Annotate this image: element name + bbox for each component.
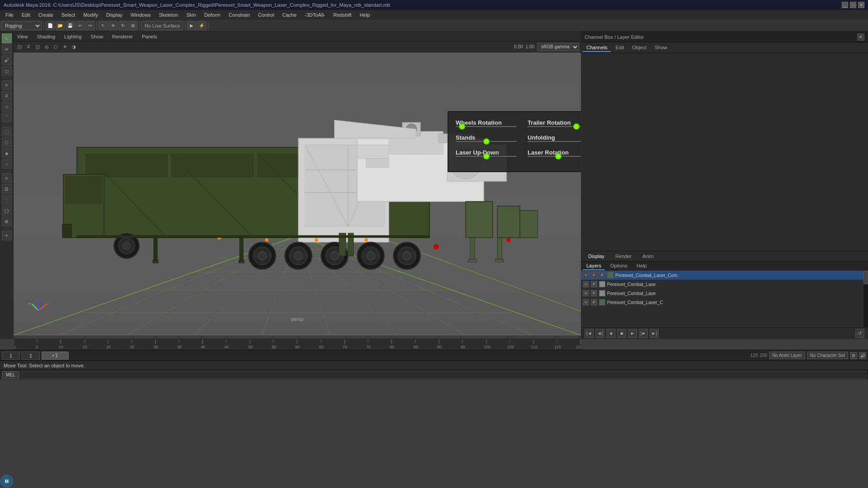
undo-button[interactable]: ↩ xyxy=(75,21,85,30)
layer-item-2[interactable]: V P Peresvet_Combat_Lase xyxy=(581,289,863,298)
snap-curve-tool[interactable]: ⌒ xyxy=(2,113,12,122)
vp-light-btn[interactable]: ☀ xyxy=(61,43,69,51)
vp-menu-shading[interactable]: Shading xyxy=(35,33,57,40)
timeline-ruler[interactable]: 1 5 10 15 20 25 30 35 40 45 50 55 60 65 … xyxy=(14,339,581,350)
current-frame-input[interactable] xyxy=(2,352,20,360)
vp-shadow-btn[interactable]: ◑ xyxy=(70,43,78,51)
menu-windows[interactable]: Windows xyxy=(127,11,155,19)
eraser-tool[interactable]: ◻ xyxy=(2,66,12,76)
prev-key-btn[interactable]: ◄| xyxy=(595,329,604,338)
menu-redshift[interactable]: Redshift xyxy=(330,11,355,19)
stop-btn[interactable]: ■ xyxy=(617,329,626,338)
menu-file[interactable]: File xyxy=(2,11,17,19)
plus-tool[interactable]: + xyxy=(2,230,12,240)
menu-create[interactable]: Create xyxy=(35,11,57,19)
vp-wireframe-btn[interactable]: ◫ xyxy=(33,43,42,51)
tab-edit[interactable]: Edit xyxy=(612,44,627,52)
save-file-button[interactable]: 💾 xyxy=(66,21,75,30)
layer-item-0[interactable]: V P R Peresvet_Combat_Laser_Com xyxy=(581,271,863,280)
scrollbar-thumb[interactable] xyxy=(863,271,868,284)
render-region-tool[interactable]: ⬚ xyxy=(2,127,12,136)
maximize-button[interactable]: □ xyxy=(850,2,856,8)
viewport-canvas[interactable]: X Y Z persp Wheels Rotation Trailer Rota… xyxy=(14,52,581,335)
layer-item-1[interactable]: V P Peresvet_Combat_Lase xyxy=(581,280,863,289)
menu-help[interactable]: Help xyxy=(356,11,374,19)
tab-render[interactable]: Render xyxy=(610,253,637,260)
layer-v-1[interactable]: V xyxy=(583,281,589,287)
vp-grid-btn[interactable]: # xyxy=(24,43,33,51)
redo-button[interactable]: ↪ xyxy=(85,21,94,30)
subtab-layers[interactable]: Layers xyxy=(583,262,605,270)
outliner-tool[interactable]: ☰ xyxy=(2,184,12,194)
select-tool[interactable]: ↖ xyxy=(2,33,12,43)
tab-object[interactable]: Object xyxy=(628,44,650,52)
layer-v-2[interactable]: V xyxy=(583,290,589,296)
layer-r-0[interactable]: R xyxy=(599,272,605,278)
script-editor-tool[interactable]: { } xyxy=(2,206,12,216)
goto-end-btn[interactable]: ►| xyxy=(650,329,659,338)
brush-tool[interactable]: 🖌 xyxy=(2,55,12,65)
rotate-tool-button[interactable]: ↻ xyxy=(118,21,127,30)
minimize-button[interactable]: _ xyxy=(842,2,848,8)
next-key-btn[interactable]: |► xyxy=(639,329,648,338)
cb-close-btn[interactable]: ✕ xyxy=(857,33,864,41)
ctrl-wheels-handle[interactable] xyxy=(459,123,465,130)
layer-p-2[interactable]: P xyxy=(591,290,597,296)
attr-editor-tool[interactable]: ≡ xyxy=(2,173,12,183)
loop-btn[interactable]: ↺ xyxy=(855,329,864,338)
vp-menu-renderer[interactable]: Renderer xyxy=(110,33,135,40)
display-layer-tool[interactable]: ≡ xyxy=(2,80,12,90)
play-fwd-btn[interactable]: ► xyxy=(628,329,637,338)
menu-constrain[interactable]: Constrain xyxy=(225,11,254,19)
nurbs-tool[interactable]: ◈ xyxy=(2,148,12,158)
node-editor-tool[interactable]: ⋮ xyxy=(2,195,12,205)
char-set-options-btn[interactable]: ⚙ xyxy=(850,352,857,359)
vp-camera-btn[interactable]: 🎥 xyxy=(15,43,24,51)
layer-v-0[interactable]: V xyxy=(583,272,589,278)
ctrl-laser-ud-handle[interactable] xyxy=(483,153,490,160)
grid-tool[interactable]: # xyxy=(2,91,12,101)
mode-dropdown[interactable]: Rigging Animation Modeling xyxy=(1,21,42,30)
menu-control[interactable]: Control xyxy=(255,11,278,19)
vp-menu-lighting[interactable]: Lighting xyxy=(62,33,84,40)
goto-start-btn[interactable]: |◄ xyxy=(585,329,594,338)
open-file-button[interactable]: 📂 xyxy=(56,21,65,30)
joint-tool[interactable]: ○ xyxy=(2,159,12,169)
menu-cache[interactable]: Cache xyxy=(278,11,300,19)
ctrl-trailer-handle[interactable] xyxy=(573,123,580,130)
layer-v-3[interactable]: V xyxy=(583,299,589,305)
tab-channels[interactable]: Channels xyxy=(583,44,611,52)
layer-p-0[interactable]: P xyxy=(591,272,597,278)
paint-tool[interactable]: ✏ xyxy=(2,44,12,54)
snap-grid-tool[interactable]: ⊹ xyxy=(2,102,12,112)
menu-modify[interactable]: Modify xyxy=(80,11,101,19)
render-settings-tool[interactable]: ⚙ xyxy=(2,216,12,226)
vp-menu-show[interactable]: Show xyxy=(89,33,105,40)
ipr-button[interactable]: ⚡ xyxy=(197,21,206,30)
vp-texture-btn[interactable]: ⬡ xyxy=(52,43,60,51)
menu-edit[interactable]: Edit xyxy=(18,11,34,19)
vp-smooth-btn[interactable]: ◎ xyxy=(42,43,51,51)
ctrl-laser-rot-handle[interactable] xyxy=(555,153,561,160)
mel-input[interactable] xyxy=(21,371,866,379)
audio-btn[interactable]: 🔊 xyxy=(859,352,866,359)
select-tool-button[interactable]: ↖ xyxy=(99,21,108,30)
layer-p-3[interactable]: P xyxy=(591,299,597,305)
vp-menu-view[interactable]: View xyxy=(15,33,30,40)
ctrl-stands-handle[interactable] xyxy=(483,138,490,145)
menu-3dtoall[interactable]: -3DToAll- xyxy=(301,11,329,19)
play-back-btn[interactable]: ◄ xyxy=(606,329,615,338)
start-frame-input[interactable] xyxy=(22,352,40,360)
scale-tool-button[interactable]: ⊞ xyxy=(128,21,137,30)
layer-item-3[interactable]: V P Peresvet_Combat_Laser_C xyxy=(581,298,863,307)
move-tool-button[interactable]: ✛ xyxy=(108,21,118,30)
layer-p-1[interactable]: P xyxy=(591,281,597,287)
mel-tab[interactable]: MEL xyxy=(2,371,19,379)
tab-show[interactable]: Show xyxy=(651,44,671,52)
tab-anim[interactable]: Anim xyxy=(637,253,659,260)
menu-skeleton[interactable]: Skeleton xyxy=(155,11,182,19)
render-button[interactable]: ▶ xyxy=(187,21,196,30)
poly-model-tool[interactable]: ⬡ xyxy=(2,137,12,147)
close-button[interactable]: ✕ xyxy=(858,2,864,8)
subtab-options[interactable]: Options xyxy=(607,262,631,270)
